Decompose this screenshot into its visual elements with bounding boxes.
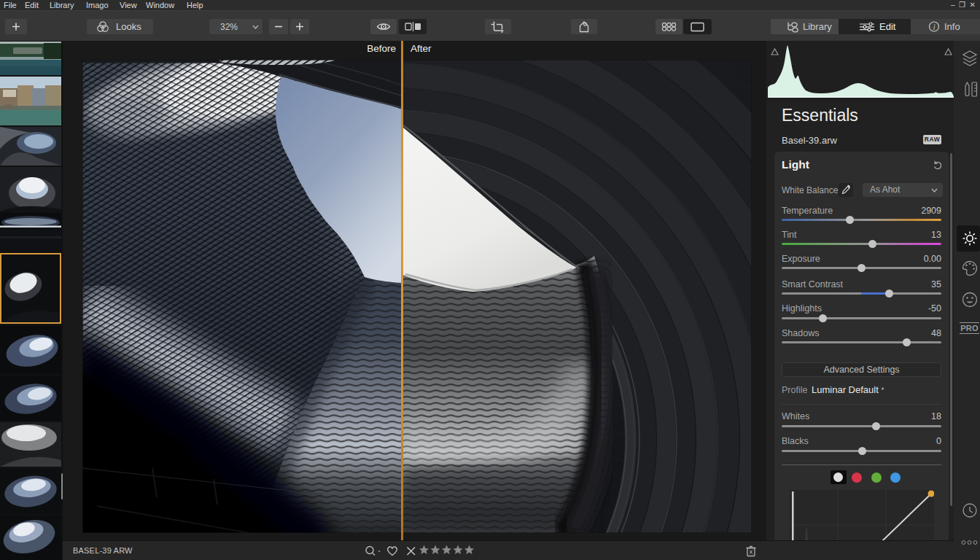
svg-text:Edit: Edit <box>879 21 896 32</box>
svg-text:Library: Library <box>803 21 832 32</box>
svg-text:32%: 32% <box>220 22 238 32</box>
svg-text:i: i <box>933 23 936 31</box>
svg-text:Info: Info <box>944 21 960 32</box>
svg-text:Looks: Looks <box>116 21 141 32</box>
